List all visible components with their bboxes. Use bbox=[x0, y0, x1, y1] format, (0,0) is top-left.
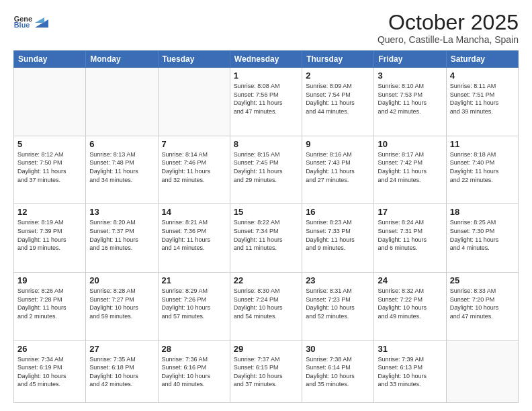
day-cell: 9Sunrise: 8:16 AM Sunset: 7:43 PM Daylig… bbox=[302, 136, 374, 204]
day-cell: 22Sunrise: 8:30 AM Sunset: 7:24 PM Dayli… bbox=[230, 273, 302, 341]
day-info: Sunrise: 8:10 AM Sunset: 7:53 PM Dayligh… bbox=[378, 82, 442, 116]
logo-icon: General Blue bbox=[13, 11, 32, 30]
day-number: 29 bbox=[234, 344, 298, 354]
day-info: Sunrise: 8:13 AM Sunset: 7:48 PM Dayligh… bbox=[89, 150, 154, 184]
day-number: 11 bbox=[450, 139, 515, 149]
day-number: 16 bbox=[306, 207, 370, 217]
weekday-header-row: SundayMondayTuesdayWednesdayThursdayFrid… bbox=[14, 51, 519, 68]
svg-text:Blue: Blue bbox=[14, 21, 30, 29]
day-cell: 30Sunrise: 7:38 AM Sunset: 6:14 PM Dayli… bbox=[302, 340, 374, 402]
day-cell bbox=[86, 68, 158, 136]
day-cell: 16Sunrise: 8:23 AM Sunset: 7:33 PM Dayli… bbox=[302, 204, 374, 273]
week-row-5: 26Sunrise: 7:34 AM Sunset: 6:19 PM Dayli… bbox=[14, 340, 519, 402]
day-cell: 20Sunrise: 8:28 AM Sunset: 7:27 PM Dayli… bbox=[86, 273, 158, 341]
day-info: Sunrise: 8:32 AM Sunset: 7:22 PM Dayligh… bbox=[378, 287, 442, 320]
day-info: Sunrise: 7:36 AM Sunset: 6:16 PM Dayligh… bbox=[162, 355, 226, 389]
title-block: October 2025 Quero, Castille-La Mancha, … bbox=[378, 11, 519, 45]
day-info: Sunrise: 7:37 AM Sunset: 6:15 PM Dayligh… bbox=[234, 355, 298, 389]
day-cell: 5Sunrise: 8:12 AM Sunset: 7:50 PM Daylig… bbox=[14, 136, 86, 204]
header: General Blue October 2025 Quero, Castill… bbox=[13, 11, 519, 45]
day-cell: 18Sunrise: 8:25 AM Sunset: 7:30 PM Dayli… bbox=[446, 204, 518, 273]
logo-triangle-icon bbox=[35, 13, 48, 28]
day-cell: 6Sunrise: 8:13 AM Sunset: 7:48 PM Daylig… bbox=[86, 136, 158, 204]
day-info: Sunrise: 8:20 AM Sunset: 7:37 PM Dayligh… bbox=[89, 218, 154, 252]
day-info: Sunrise: 8:33 AM Sunset: 7:20 PM Dayligh… bbox=[450, 287, 515, 320]
day-number: 8 bbox=[234, 139, 298, 149]
day-cell bbox=[14, 68, 86, 136]
weekday-header-thursday: Thursday bbox=[302, 51, 374, 68]
day-info: Sunrise: 8:23 AM Sunset: 7:33 PM Dayligh… bbox=[306, 218, 370, 252]
week-row-3: 12Sunrise: 8:19 AM Sunset: 7:39 PM Dayli… bbox=[14, 204, 519, 273]
day-number: 14 bbox=[162, 207, 226, 217]
day-number: 12 bbox=[17, 207, 82, 217]
page: General Blue October 2025 Quero, Castill… bbox=[0, 0, 532, 411]
day-cell: 4Sunrise: 8:11 AM Sunset: 7:51 PM Daylig… bbox=[446, 68, 518, 136]
day-info: Sunrise: 7:34 AM Sunset: 6:19 PM Dayligh… bbox=[17, 355, 82, 389]
day-info: Sunrise: 8:12 AM Sunset: 7:50 PM Dayligh… bbox=[17, 150, 82, 184]
weekday-header-friday: Friday bbox=[374, 51, 446, 68]
day-number: 18 bbox=[450, 207, 515, 217]
day-cell: 19Sunrise: 8:26 AM Sunset: 7:28 PM Dayli… bbox=[14, 273, 86, 341]
svg-marker-4 bbox=[35, 17, 44, 23]
day-number: 7 bbox=[162, 139, 226, 149]
week-row-1: 1Sunrise: 8:08 AM Sunset: 7:56 PM Daylig… bbox=[14, 68, 519, 136]
day-number: 31 bbox=[378, 344, 442, 354]
day-info: Sunrise: 8:14 AM Sunset: 7:46 PM Dayligh… bbox=[162, 150, 226, 184]
day-info: Sunrise: 7:35 AM Sunset: 6:18 PM Dayligh… bbox=[89, 355, 154, 389]
day-number: 3 bbox=[378, 71, 442, 81]
day-number: 28 bbox=[162, 344, 226, 354]
day-number: 23 bbox=[306, 275, 370, 285]
day-cell: 21Sunrise: 8:29 AM Sunset: 7:26 PM Dayli… bbox=[158, 273, 230, 341]
day-info: Sunrise: 8:19 AM Sunset: 7:39 PM Dayligh… bbox=[17, 218, 82, 252]
day-number: 26 bbox=[17, 344, 82, 354]
week-row-2: 5Sunrise: 8:12 AM Sunset: 7:50 PM Daylig… bbox=[14, 136, 519, 204]
day-info: Sunrise: 8:22 AM Sunset: 7:34 PM Dayligh… bbox=[234, 218, 298, 252]
week-row-4: 19Sunrise: 8:26 AM Sunset: 7:28 PM Dayli… bbox=[14, 273, 519, 341]
day-number: 6 bbox=[89, 139, 154, 149]
calendar-table: SundayMondayTuesdayWednesdayThursdayFrid… bbox=[13, 50, 519, 403]
day-number: 24 bbox=[378, 275, 442, 285]
day-number: 4 bbox=[450, 71, 515, 81]
day-cell: 12Sunrise: 8:19 AM Sunset: 7:39 PM Dayli… bbox=[14, 204, 86, 273]
day-cell: 8Sunrise: 8:15 AM Sunset: 7:45 PM Daylig… bbox=[230, 136, 302, 204]
day-number: 20 bbox=[89, 275, 154, 285]
day-info: Sunrise: 8:28 AM Sunset: 7:27 PM Dayligh… bbox=[89, 287, 154, 320]
day-cell: 11Sunrise: 8:18 AM Sunset: 7:40 PM Dayli… bbox=[446, 136, 518, 204]
day-number: 10 bbox=[378, 139, 442, 149]
day-info: Sunrise: 7:38 AM Sunset: 6:14 PM Dayligh… bbox=[306, 355, 370, 389]
day-info: Sunrise: 8:15 AM Sunset: 7:45 PM Dayligh… bbox=[234, 150, 298, 184]
day-info: Sunrise: 8:21 AM Sunset: 7:36 PM Dayligh… bbox=[162, 218, 226, 252]
weekday-header-saturday: Saturday bbox=[446, 51, 518, 68]
day-cell: 17Sunrise: 8:24 AM Sunset: 7:31 PM Dayli… bbox=[374, 204, 446, 273]
day-cell: 14Sunrise: 8:21 AM Sunset: 7:36 PM Dayli… bbox=[158, 204, 230, 273]
day-number: 13 bbox=[89, 207, 154, 217]
day-cell: 7Sunrise: 8:14 AM Sunset: 7:46 PM Daylig… bbox=[158, 136, 230, 204]
day-cell: 1Sunrise: 8:08 AM Sunset: 7:56 PM Daylig… bbox=[230, 68, 302, 136]
day-cell: 25Sunrise: 8:33 AM Sunset: 7:20 PM Dayli… bbox=[446, 273, 518, 341]
day-number: 22 bbox=[234, 275, 298, 285]
day-cell: 15Sunrise: 8:22 AM Sunset: 7:34 PM Dayli… bbox=[230, 204, 302, 273]
day-info: Sunrise: 8:30 AM Sunset: 7:24 PM Dayligh… bbox=[234, 287, 298, 320]
day-cell: 23Sunrise: 8:31 AM Sunset: 7:23 PM Dayli… bbox=[302, 273, 374, 341]
day-number: 1 bbox=[234, 71, 298, 81]
day-number: 2 bbox=[306, 71, 370, 81]
day-info: Sunrise: 8:16 AM Sunset: 7:43 PM Dayligh… bbox=[306, 150, 370, 184]
day-number: 9 bbox=[306, 139, 370, 149]
day-info: Sunrise: 8:31 AM Sunset: 7:23 PM Dayligh… bbox=[306, 287, 370, 320]
weekday-header-sunday: Sunday bbox=[14, 51, 86, 68]
day-cell: 26Sunrise: 7:34 AM Sunset: 6:19 PM Dayli… bbox=[14, 340, 86, 402]
day-cell: 28Sunrise: 7:36 AM Sunset: 6:16 PM Dayli… bbox=[158, 340, 230, 402]
calendar-title: October 2025 bbox=[378, 11, 519, 34]
day-cell: 2Sunrise: 8:09 AM Sunset: 7:54 PM Daylig… bbox=[302, 68, 374, 136]
day-info: Sunrise: 8:17 AM Sunset: 7:42 PM Dayligh… bbox=[378, 150, 442, 184]
day-cell bbox=[158, 68, 230, 136]
day-info: Sunrise: 8:25 AM Sunset: 7:30 PM Dayligh… bbox=[450, 218, 515, 252]
day-info: Sunrise: 8:09 AM Sunset: 7:54 PM Dayligh… bbox=[306, 82, 370, 116]
day-cell: 3Sunrise: 8:10 AM Sunset: 7:53 PM Daylig… bbox=[374, 68, 446, 136]
calendar-subtitle: Quero, Castille-La Mancha, Spain bbox=[378, 34, 519, 45]
day-cell: 24Sunrise: 8:32 AM Sunset: 7:22 PM Dayli… bbox=[374, 273, 446, 341]
logo: General Blue bbox=[13, 11, 48, 30]
day-info: Sunrise: 8:26 AM Sunset: 7:28 PM Dayligh… bbox=[17, 287, 82, 320]
day-info: Sunrise: 7:39 AM Sunset: 6:13 PM Dayligh… bbox=[378, 355, 442, 389]
day-cell: 27Sunrise: 7:35 AM Sunset: 6:18 PM Dayli… bbox=[86, 340, 158, 402]
